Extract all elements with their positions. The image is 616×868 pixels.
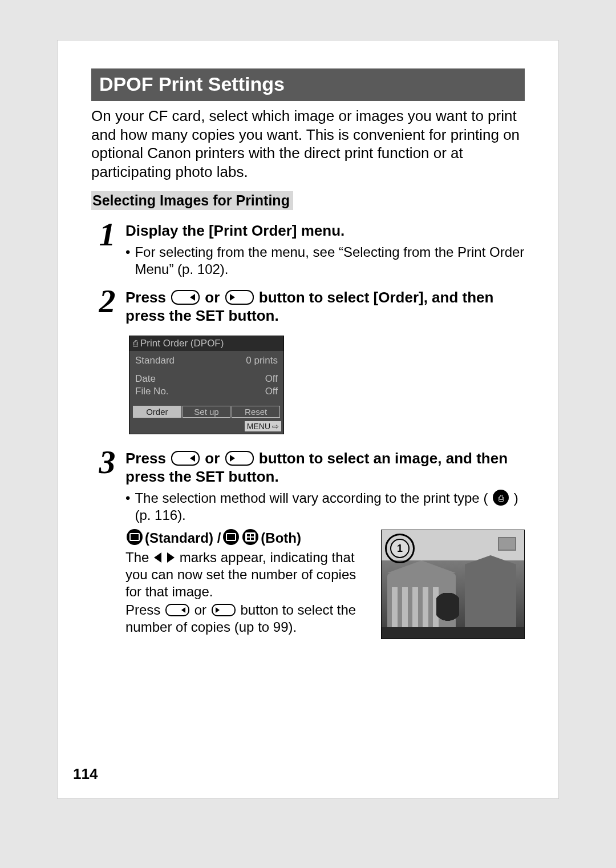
lcd1-header-text: Print Order (DPOF) <box>140 338 224 349</box>
manual-page: DPOF Print Settings On your CF card, sel… <box>57 40 559 799</box>
step-3-body-1: The marks appear, indicating that you ca… <box>125 549 370 600</box>
lcd-image-preview-screenshot: 1 <box>381 530 525 639</box>
lcd1-row3-l: File No. <box>135 386 169 397</box>
step-3-title-a: Press <box>125 450 170 467</box>
step-3-title-b: or <box>205 450 224 467</box>
section-title: DPOF Print Settings <box>91 68 525 101</box>
step-1-bullet-text: For selecting from the menu, see “Select… <box>135 244 525 278</box>
tree-icon <box>436 593 459 627</box>
lcd1-menu-text: MENU <box>247 422 270 431</box>
lcd1-menu-icon: ⇨ <box>272 422 279 431</box>
step-1-title: Display the [Print Order] menu. <box>125 221 525 240</box>
print-order-header-icon: ⎙ <box>133 338 138 348</box>
lcd1-tab-order: Order <box>133 406 181 418</box>
step-3-body-a: The <box>125 550 153 565</box>
lcd1-row1-r: 0 prints <box>246 355 278 366</box>
lcd1-row2-l: Date <box>135 373 156 385</box>
ground <box>382 627 524 639</box>
step-3-bullet-a: The selection method will vary according… <box>135 490 488 506</box>
lcd-print-order-screenshot: ⎙ Print Order (DPOF) Standard 0 prints D… <box>129 336 284 434</box>
step-3-title: Press or button to select an image, and … <box>125 449 525 486</box>
copies-badge: 1 <box>385 534 415 563</box>
lcd1-row1-l: Standard <box>135 355 175 366</box>
step-1: 1 Display the [Print Order] menu. For se… <box>91 221 525 278</box>
standard-mode-icon <box>223 529 239 545</box>
lcd1-tab-setup: Set up <box>183 406 231 418</box>
page-number: 114 <box>73 765 98 783</box>
right-button-icon <box>225 451 254 466</box>
step-2-number: 2 <box>91 288 123 314</box>
step-3-number: 3 <box>91 449 123 475</box>
left-right-marks-icon <box>154 552 175 563</box>
left-button-icon <box>171 451 200 466</box>
step-3-subhead: (Standard) / (Both) <box>125 530 370 547</box>
left-button-icon <box>165 604 189 616</box>
lcd1-row3-r: Off <box>265 386 278 397</box>
sub-heading: Selecting Images for Printing <box>91 191 293 210</box>
lcd1-row-fileno: File No. Off <box>135 385 278 398</box>
left-button-icon <box>171 290 200 305</box>
lcd1-row2-r: Off <box>265 373 278 385</box>
columns-icon <box>392 587 439 627</box>
lcd1-row-date: Date Off <box>135 373 278 385</box>
lcd1-tab-reset: Reset <box>232 406 280 418</box>
step-2: 2 Press or button to select [Order], and… <box>91 288 525 439</box>
lcd1-row-standard: Standard 0 prints <box>135 354 278 367</box>
right-button-icon <box>225 290 254 305</box>
index-mode-icon <box>242 529 258 545</box>
step-3-body-c-b: or <box>194 602 210 617</box>
step-3-body-2: Press or button to select the number of … <box>125 601 370 636</box>
right-button-icon <box>212 604 236 616</box>
step-2-title-a: Press <box>125 289 170 306</box>
step-3-body-c-a: Press <box>125 602 164 617</box>
lcd1-header: ⎙ Print Order (DPOF) <box>129 336 283 351</box>
step-3-sub-a: (Standard) / <box>145 530 221 547</box>
lcd1-menu-button: MENU ⇨ <box>245 421 281 431</box>
step-1-number: 1 <box>91 221 123 248</box>
copies-value: 1 <box>390 539 410 558</box>
intro-text: On your CF card, select which image or i… <box>91 107 525 181</box>
step-3-sub-b: (Both) <box>261 530 301 547</box>
step-3-bullet: The selection method will vary according… <box>125 490 525 524</box>
print-type-icon: ⎙ <box>493 490 509 506</box>
standard-mode-icon <box>127 529 143 545</box>
step-1-bullet: For selecting from the menu, see “Select… <box>125 244 525 278</box>
step-2-title: Press or button to select [Order], and t… <box>125 288 525 325</box>
step-2-title-b: or <box>205 289 224 306</box>
preview-thumb-icon <box>498 537 516 551</box>
building-icon <box>465 564 516 627</box>
step-3: 3 Press or button to select an image, an… <box>91 449 525 640</box>
